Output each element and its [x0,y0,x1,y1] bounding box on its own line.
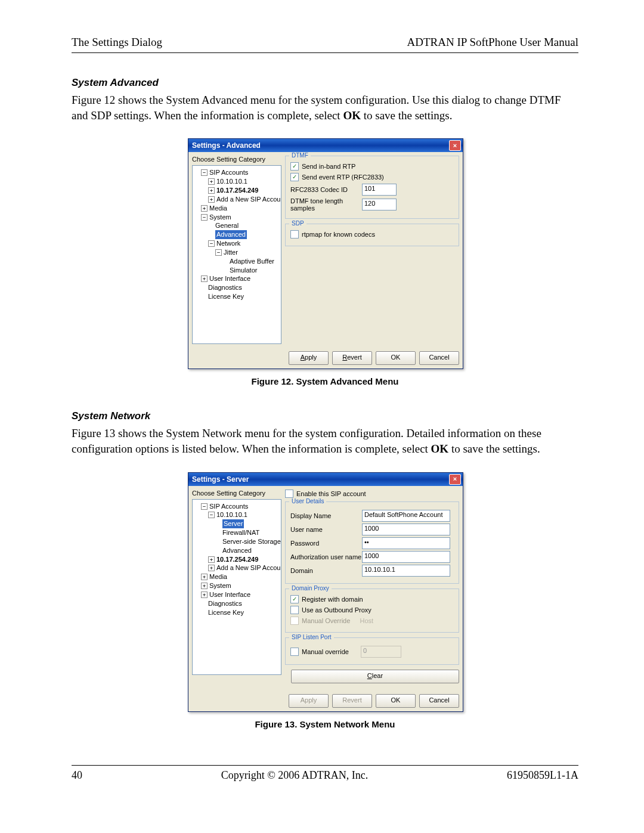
checkbox-icon[interactable] [290,230,299,239]
chk-inband-label: Send in-band RTP [302,163,355,170]
tree-a1[interactable]: 10.10.10.1 [216,511,247,518]
password-input[interactable]: •• [362,537,450,549]
section2-text-c: to save the settings. [448,442,540,455]
tree-sip[interactable]: SIP Accounts [209,503,248,510]
tree-advanced[interactable]: Advanced [215,230,247,239]
user-name-label: User name [290,526,362,533]
tree-advanced[interactable]: Advanced [222,547,252,554]
chk-event[interactable]: Send event RTP (RFC2833) [290,173,454,181]
footer-left: 40 [72,769,82,782]
dialog-title: Settings - Server [192,475,449,484]
revert-button: Revert [332,694,372,708]
revert-button[interactable]: Revert [332,351,372,365]
header-right: ADTRAN IP SoftPhone User Manual [407,36,578,49]
tree-storage[interactable]: Server-side Storage [222,538,281,545]
chk-register-label: Register with domain [302,596,363,603]
tree-firewall[interactable]: Firewall/NAT [222,529,259,536]
right-panel: Enable this SIP account User Details Dis… [285,490,459,687]
tree-add[interactable]: Add a New SIP Account [216,564,281,571]
tree-add[interactable]: Add a New SIP Account [216,196,281,203]
chk-register[interactable]: Register with domain [290,595,454,603]
tree-lic[interactable]: License Key [208,293,244,300]
tree-general[interactable]: General [215,222,239,229]
tree-network[interactable]: Network [216,240,240,247]
close-icon[interactable]: × [449,140,461,151]
tone-len-label: DTMF tone length samples [290,197,362,212]
port-input: 0 [361,646,401,658]
page-footer: 40 Copyright © 2006 ADTRAN, Inc. 6195085… [72,765,578,782]
settings-tree[interactable]: −SIP Accounts +10.10.10.1 +10.17.254.249… [192,165,281,344]
checkbox-icon[interactable] [290,162,299,171]
checkbox-icon[interactable] [285,490,293,498]
auth-label: Authorization user name [290,553,362,561]
clear-button[interactable]: Clear [291,670,459,683]
group-domain-proxy: Domain Proxy Register with domain Use as… [285,589,459,633]
tree-sip[interactable]: SIP Accounts [209,169,248,176]
header-left: The Settings Dialog [72,36,162,49]
figure13-caption: Figure 13. System Network Menu [188,719,462,729]
checkbox-icon[interactable] [290,648,299,656]
titlebar: Settings - Server × [188,473,463,486]
dialog-advanced: Settings - Advanced × Choose Setting Cat… [188,138,463,369]
ok-button[interactable]: OK [376,351,416,365]
domain-input[interactable]: 10.10.10.1 [362,565,450,577]
tree-diag[interactable]: Diagnostics [208,284,242,291]
settings-tree[interactable]: −SIP Accounts −10.10.10.1 Server Firewal… [192,499,281,675]
close-icon[interactable]: × [449,474,461,485]
tree-lic[interactable]: License Key [208,609,244,616]
section1-text-c: to save the settings. [361,109,453,122]
section2-heading: System Network [72,410,578,422]
chk-outbound[interactable]: Use as Outbound Proxy [290,606,454,614]
legend-dtmf: DTMF [289,152,311,159]
chk-enable[interactable]: Enable this SIP account [285,490,459,498]
cancel-button[interactable]: Cancel [419,694,459,708]
apply-button[interactable]: Apply [289,351,329,365]
chk-port-manual[interactable]: Manual override [290,648,349,656]
tree-media[interactable]: Media [209,205,227,212]
footer-center: Copyright © 2006 ADTRAN, Inc. [221,769,369,782]
ok-button[interactable]: OK [376,694,416,708]
chk-outbound-label: Use as Outbound Proxy [302,606,371,614]
tree-media[interactable]: Media [209,573,227,580]
chk-inband[interactable]: Send in-band RTP [290,162,454,171]
figure12: Settings - Advanced × Choose Setting Cat… [188,138,462,386]
tree-system[interactable]: System [209,582,231,589]
auth-input[interactable]: 1000 [362,551,450,563]
chk-event-label: Send event RTP (RFC2833) [302,174,384,181]
tree-label: Choose Setting Category [192,490,281,497]
tree-simulator[interactable]: Simulator [230,267,257,274]
password-label: Password [290,540,362,547]
tree-server[interactable]: Server [222,519,244,528]
tree-a2[interactable]: 10.17.254.249 [216,556,258,563]
manual-hint: Host [360,617,373,624]
dialog-server: Settings - Server × Choose Setting Categ… [188,472,463,712]
checkbox-icon[interactable] [290,595,299,603]
section1-body: Figure 12 shows the System Advanced menu… [72,92,578,123]
tree-a2[interactable]: 10.17.254.249 [216,187,258,194]
section2-body: Figure 13 shows the System Network menu … [72,426,578,456]
cancel-button[interactable]: Cancel [419,351,459,365]
tree-a1[interactable]: 10.10.10.1 [216,178,247,185]
tree-ui[interactable]: User Interface [209,275,250,282]
tree-panel: Choose Setting Category −SIP Accounts −1… [192,490,281,687]
tree-adaptive[interactable]: Adaptive Buffer [230,258,274,265]
user-name-input[interactable]: 1000 [362,524,450,535]
section1-text-a: Figure 12 shows the System Advanced menu… [72,94,561,122]
manual-label: Manual Override [302,617,350,624]
tree-ui[interactable]: User Interface [209,591,250,598]
tree-label: Choose Setting Category [192,156,281,163]
figure12-caption: Figure 12. System Advanced Menu [188,376,462,386]
codec-id-input[interactable]: 101 [362,184,397,196]
chk-rtpmap-label: rtpmap for known codecs [302,231,375,238]
chk-rtpmap[interactable]: rtpmap for known codecs [290,230,454,239]
section1-heading: System Advanced [72,77,578,89]
tree-jitter[interactable]: Jitter [224,249,238,256]
tree-system[interactable]: System [209,213,231,221]
button-row: Apply Revert OK Cancel [188,348,463,368]
tree-diag[interactable]: Diagnostics [208,600,242,607]
checkbox-icon[interactable] [290,173,299,181]
tone-len-input[interactable]: 120 [362,199,397,210]
group-dtmf: DTMF Send in-band RTP Send event RTP (RF… [285,156,459,219]
display-name-input[interactable]: Default SoftPhone Account [362,510,450,522]
checkbox-icon[interactable] [290,606,299,614]
